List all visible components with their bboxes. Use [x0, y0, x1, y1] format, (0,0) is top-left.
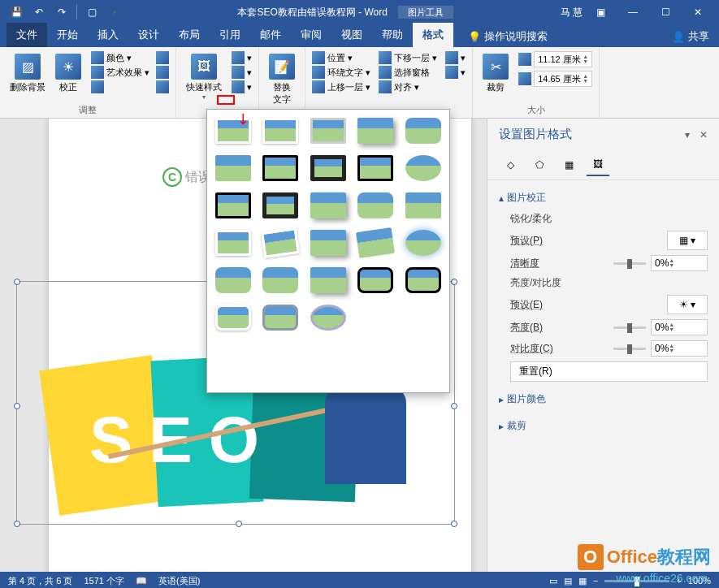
tab-file[interactable]: 文件: [6, 23, 47, 47]
contrast-input[interactable]: 0%▲▼: [651, 340, 708, 357]
clarity-input[interactable]: 0%▲▼: [651, 255, 708, 271]
style-compound-frame-black[interactable]: [212, 189, 254, 222]
tab-format[interactable]: 格式: [413, 23, 453, 47]
color-button[interactable]: 颜色 ▾: [89, 50, 151, 65]
alt-text-icon: 📝: [269, 54, 295, 80]
redo-icon[interactable]: ↷: [52, 2, 71, 22]
style-moderate-frame-black[interactable]: [259, 189, 301, 222]
tab-design[interactable]: 设计: [128, 23, 169, 47]
undo-icon[interactable]: ↶: [29, 2, 49, 22]
close-icon[interactable]: ✕: [683, 0, 713, 24]
zoom-out-icon[interactable]: −: [593, 576, 598, 586]
minimize-icon[interactable]: —: [618, 0, 648, 24]
remove-background-button[interactable]: ▨ 删除背景: [5, 50, 50, 97]
crop-button[interactable]: ✂ 裁剪: [478, 50, 513, 97]
read-mode-icon[interactable]: ▭: [549, 576, 557, 586]
style-bevel-perspective[interactable]: [259, 264, 301, 296]
panel-tab-picture[interactable]: 🖼: [587, 153, 609, 176]
qat-btn[interactable]: ▢: [82, 2, 102, 22]
spell-check-icon[interactable]: 📖: [136, 576, 147, 586]
maximize-icon[interactable]: ☐: [651, 0, 680, 24]
style-reflected-rounded[interactable]: [402, 115, 444, 147]
contrast-slider[interactable]: [613, 348, 646, 350]
style-double-frame-black[interactable]: [259, 152, 301, 184]
panel-tab-effects[interactable]: ⬠: [528, 153, 551, 176]
style-bevel-perspective-left[interactable]: [354, 264, 396, 296]
language-indicator[interactable]: 英语(美国): [158, 575, 200, 587]
tab-insert[interactable]: 插入: [88, 23, 128, 47]
word-count[interactable]: 1571 个字: [84, 575, 124, 587]
style-moderate-frame-white[interactable]: [212, 227, 254, 259]
section-crop[interactable]: ▸ 裁剪: [499, 417, 708, 435]
style-bevel-rectangle[interactable]: [212, 264, 254, 296]
tab-view[interactable]: 视图: [331, 23, 372, 47]
style-soft-edge-oval[interactable]: [402, 227, 444, 259]
style-reflected-bevel-black[interactable]: [402, 264, 444, 296]
style-perspective-shadow[interactable]: [307, 227, 349, 259]
tab-help[interactable]: 帮助: [372, 23, 413, 47]
alt-text-button[interactable]: 📝 替换 文字: [264, 50, 300, 109]
brightness-input[interactable]: 0%▲▼: [651, 319, 708, 335]
style-thick-matte-black[interactable]: [307, 152, 349, 184]
effects-button[interactable]: ▾: [230, 65, 253, 80]
ribbon-options-icon[interactable]: ▣: [586, 0, 615, 24]
save-icon[interactable]: 💾: [6, 2, 26, 22]
style-beveled-matte[interactable]: [259, 115, 301, 147]
share-button[interactable]: 👤 共享: [662, 26, 719, 47]
section-corrections[interactable]: ▴ 图片校正: [499, 188, 708, 207]
style-metal-frame[interactable]: [307, 115, 349, 147]
brightness-slider[interactable]: [613, 326, 646, 329]
style-metal-oval[interactable]: [307, 301, 349, 334]
clarity-slider[interactable]: [613, 262, 646, 265]
style-drop-shadow[interactable]: [354, 115, 396, 147]
style-relaxed-perspective[interactable]: [354, 227, 396, 259]
adjust-btn-1[interactable]: [154, 50, 171, 65]
qat-customize-icon[interactable]: ▾: [105, 2, 124, 22]
panel-tab-fill[interactable]: ◇: [499, 153, 522, 176]
reset-button[interactable]: 重置(R): [510, 361, 708, 382]
panel-tab-layout[interactable]: ▦: [557, 153, 580, 176]
selection-pane-button[interactable]: 选择窗格: [377, 65, 439, 80]
send-backward-button[interactable]: 下移一层 ▾: [377, 50, 439, 65]
panel-dropdown-icon[interactable]: ▾: [685, 129, 690, 141]
bring-forward-button[interactable]: 上移一层 ▾: [310, 80, 372, 94]
artistic-effects-button[interactable]: 艺术效果 ▾: [89, 65, 151, 80]
compress-button[interactable]: [89, 80, 151, 94]
style-soft-edge[interactable]: [212, 152, 254, 184]
style-rotated-white[interactable]: [259, 227, 301, 259]
web-layout-icon[interactable]: ▦: [578, 576, 587, 586]
preset-p-button[interactable]: ▦ ▾: [667, 231, 708, 250]
style-rounded-diagonal-white[interactable]: [354, 189, 396, 222]
style-center-shadow[interactable]: [307, 189, 349, 222]
tab-mail[interactable]: 邮件: [250, 23, 291, 47]
position-button[interactable]: 位置 ▾: [310, 50, 372, 65]
group-button[interactable]: ▾: [444, 50, 467, 65]
layout-button[interactable]: ▾: [230, 80, 253, 94]
tab-layout[interactable]: 布局: [169, 23, 210, 47]
tell-me-search[interactable]: 💡 操作说明搜索: [461, 26, 554, 47]
panel-close-icon[interactable]: ✕: [700, 129, 708, 141]
style-simple-frame-black[interactable]: [354, 152, 396, 184]
rotate-button[interactable]: ▾: [444, 65, 467, 80]
user-name[interactable]: 马 慧: [561, 6, 583, 19]
align-button[interactable]: 对齐 ▾: [377, 80, 439, 94]
page-indicator[interactable]: 第 4 页，共 6 页: [8, 575, 72, 587]
style-reflected-bevel-white[interactable]: [212, 301, 254, 334]
wrap-text-button[interactable]: 环绕文字 ▾: [310, 65, 372, 80]
adjust-btn-2[interactable]: [154, 65, 171, 80]
border-button[interactable]: ▾: [230, 50, 253, 65]
tab-review[interactable]: 审阅: [291, 23, 331, 47]
print-layout-icon[interactable]: ▤: [564, 576, 572, 586]
corrections-button[interactable]: ☀ 校正: [50, 50, 86, 97]
preset-e-button[interactable]: ☀ ▾: [667, 295, 708, 314]
tab-home[interactable]: 开始: [47, 23, 88, 47]
section-picture-color[interactable]: ▸ 图片颜色: [499, 390, 708, 409]
style-metal-rounded[interactable]: [259, 301, 301, 334]
adjust-btn-3[interactable]: [154, 80, 171, 94]
style-beveled-oval-black[interactable]: [402, 152, 444, 184]
tab-references[interactable]: 引用: [210, 23, 250, 47]
style-reflected-perspective[interactable]: [307, 264, 349, 296]
height-field[interactable]: 11.12 厘米▲▼: [517, 50, 594, 68]
style-snip-diagonal-white[interactable]: [402, 189, 444, 222]
width-field[interactable]: 14.65 厘米▲▼: [517, 70, 594, 88]
